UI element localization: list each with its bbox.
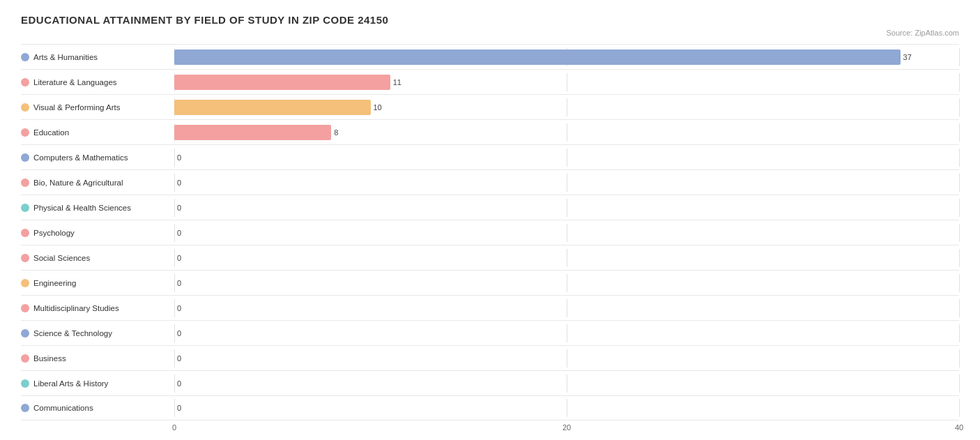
bar-label-text: Liberal Arts & History [33, 379, 108, 388]
grid-line [567, 399, 567, 417]
bar-row: Social Sciences0 [21, 245, 959, 270]
bar-value-label: 0 [177, 175, 181, 190]
bar-row: Computers & Mathematics0 [21, 144, 959, 169]
bar-container: 8 [174, 125, 959, 140]
x-axis-tick: 0 [172, 423, 176, 432]
bar-container: 0 [174, 400, 959, 416]
bar-value-label: 8 [334, 125, 338, 140]
bar-container: 11 [174, 75, 959, 90]
bar-color-dot [21, 304, 29, 312]
bar-value-label: 0 [177, 326, 181, 341]
bar-label-cell: Literature & Languages [21, 78, 174, 86]
bar-container: 0 [174, 301, 959, 316]
bar-color-dot [21, 128, 29, 137]
bar-value-label: 0 [177, 150, 181, 165]
bar-color-dot [21, 78, 29, 86]
bar-label-text: Multidisciplinary Studies [33, 304, 119, 312]
bar-label-cell: Physical & Health Sciences [21, 204, 174, 212]
grid-line [174, 149, 175, 167]
bar-row: Science & Technology0 [21, 320, 959, 345]
bar-label-text: Social Sciences [33, 254, 90, 262]
bar-value-label: 0 [177, 376, 181, 391]
bar-label-text: Business [33, 354, 66, 363]
grid-line [959, 73, 960, 91]
bar-container: 0 [174, 200, 959, 215]
bar-row: Education8 [21, 119, 959, 144]
grid-line [174, 349, 175, 367]
grid-line [567, 274, 567, 292]
bar-row: Literature & Languages11 [21, 69, 959, 94]
bar-label-cell: Computers & Mathematics [21, 153, 174, 162]
bar-color-dot [21, 204, 29, 212]
bar-color-dot [21, 379, 29, 388]
bar-row: Multidisciplinary Studies0 [21, 295, 959, 320]
grid-line [959, 249, 960, 267]
bar-label-text: Education [33, 128, 69, 137]
grid-line [959, 224, 960, 242]
grid-line [567, 349, 567, 367]
bar-label-cell: Multidisciplinary Studies [21, 304, 174, 312]
grid-line [567, 123, 567, 142]
grid-line [174, 224, 175, 242]
bar-label-text: Communications [33, 404, 93, 412]
bar-row: Engineering0 [21, 270, 959, 295]
x-axis-tick: 40 [955, 423, 963, 432]
bar-value-label: 0 [177, 200, 181, 215]
source-label: Source: ZipAtlas.com [21, 29, 959, 37]
grid-line [174, 174, 175, 192]
chart-area: Arts & Humanities37Literature & Language… [21, 44, 959, 420]
bar-label-text: Physical & Health Sciences [33, 204, 131, 212]
bar-fill [174, 100, 371, 115]
grid-line [959, 174, 960, 192]
grid-line [174, 199, 175, 217]
bar-label-text: Literature & Languages [33, 78, 117, 86]
grid-line [174, 299, 175, 317]
grid-line [567, 174, 567, 192]
bar-row: Visual & Performing Arts10 [21, 94, 959, 119]
grid-line [174, 324, 175, 342]
bar-row: Liberal Arts & History0 [21, 370, 959, 395]
bar-label-cell: Business [21, 354, 174, 363]
bar-color-dot [21, 153, 29, 162]
bar-color-dot [21, 229, 29, 237]
bar-value-label: 11 [393, 75, 401, 90]
bar-color-dot [21, 354, 29, 363]
grid-line [959, 299, 960, 317]
bar-row: Psychology0 [21, 220, 959, 245]
bar-label-cell: Social Sciences [21, 254, 174, 262]
grid-line [567, 98, 567, 116]
bar-container: 37 [174, 50, 959, 65]
grid-line [567, 199, 567, 217]
bar-label-cell: Liberal Arts & History [21, 379, 174, 388]
bar-row: Communications0 [21, 395, 959, 420]
bar-label-cell: Visual & Performing Arts [21, 103, 174, 112]
bar-value-label: 0 [177, 250, 181, 266]
bar-color-dot [21, 179, 29, 187]
grid-line [567, 374, 567, 393]
bar-value-label: 0 [177, 351, 181, 366]
bar-label-cell: Arts & Humanities [21, 53, 174, 61]
bar-value-label: 37 [903, 50, 912, 65]
grid-line [959, 324, 960, 342]
chart-title: EDUCATIONAL ATTAINMENT BY FIELD OF STUDY… [21, 14, 959, 26]
bar-color-dot [21, 329, 29, 337]
bar-container: 0 [174, 250, 959, 266]
grid-line [174, 399, 175, 417]
grid-line [959, 274, 960, 292]
bar-container: 0 [174, 351, 959, 366]
bar-container: 0 [174, 326, 959, 341]
bar-fill [174, 50, 901, 65]
bar-label-text: Visual & Performing Arts [33, 103, 120, 112]
grid-line [959, 374, 960, 393]
bar-label-text: Bio, Nature & Agricultural [33, 179, 123, 187]
grid-line [959, 98, 960, 116]
x-axis: 02040 [174, 423, 959, 437]
bar-label-cell: Engineering [21, 279, 174, 287]
grid-line [959, 48, 960, 66]
grid-line [959, 199, 960, 217]
bar-fill [174, 125, 331, 140]
bar-color-dot [21, 254, 29, 262]
bar-fill [174, 75, 390, 90]
grid-line [567, 249, 567, 267]
grid-line [174, 249, 175, 267]
